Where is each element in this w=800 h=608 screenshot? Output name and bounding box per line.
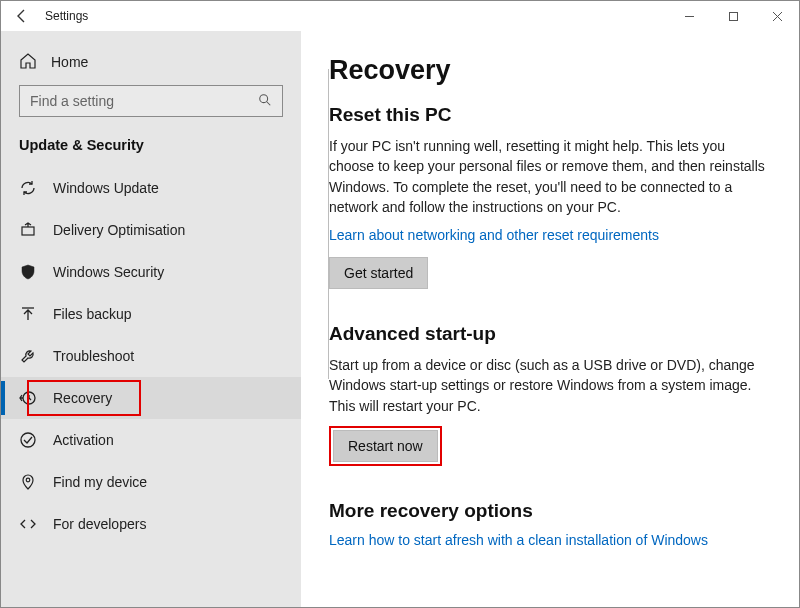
maximize-button[interactable] — [711, 1, 755, 31]
sidebar-item-label: Windows Update — [53, 180, 159, 196]
sidebar-nav: Windows Update Delivery Optimisation Win… — [1, 167, 301, 545]
window-title: Settings — [45, 9, 88, 23]
developers-icon — [19, 515, 37, 533]
search-input[interactable]: Find a setting — [19, 85, 283, 117]
reset-heading: Reset this PC — [329, 104, 771, 126]
sidebar-section-header: Update & Security — [1, 127, 301, 167]
home-icon — [19, 52, 37, 73]
sidebar-item-backup[interactable]: Files backup — [1, 293, 301, 335]
scroll-indicator[interactable] — [328, 69, 329, 379]
main-content: Recovery Reset this PC If your PC isn't … — [301, 31, 799, 607]
sidebar-item-troubleshoot[interactable]: Troubleshoot — [1, 335, 301, 377]
svg-point-9 — [21, 433, 35, 447]
reset-learn-link[interactable]: Learn about networking and other reset r… — [329, 227, 771, 243]
back-button[interactable] — [13, 7, 31, 25]
find-device-icon — [19, 473, 37, 491]
highlight-box-restart: Restart now — [329, 426, 442, 466]
window-controls — [667, 1, 799, 31]
backup-icon — [19, 305, 37, 323]
sidebar-item-label: Activation — [53, 432, 114, 448]
sidebar-item-label: Delivery Optimisation — [53, 222, 185, 238]
sidebar-item-label: Find my device — [53, 474, 147, 490]
home-label: Home — [51, 54, 88, 70]
sidebar: Home Find a setting Update & Security Wi… — [1, 31, 301, 607]
recovery-icon — [19, 389, 37, 407]
svg-point-10 — [26, 478, 30, 482]
sidebar-item-label: For developers — [53, 516, 146, 532]
svg-rect-6 — [22, 227, 34, 235]
sidebar-item-delivery[interactable]: Delivery Optimisation — [1, 209, 301, 251]
settings-window: Settings Home Find a settin — [0, 0, 800, 608]
troubleshoot-icon — [19, 347, 37, 365]
sidebar-item-label: Windows Security — [53, 264, 164, 280]
close-button[interactable] — [755, 1, 799, 31]
sidebar-item-label: Troubleshoot — [53, 348, 134, 364]
advanced-body: Start up from a device or disc (such as … — [329, 355, 771, 416]
sidebar-item-activation[interactable]: Activation — [1, 419, 301, 461]
page-title: Recovery — [329, 55, 771, 86]
search-icon — [258, 93, 272, 110]
svg-point-4 — [260, 94, 268, 102]
sidebar-item-label: Files backup — [53, 306, 132, 322]
titlebar: Settings — [1, 1, 799, 31]
sidebar-item-label: Recovery — [53, 390, 112, 406]
minimize-button[interactable] — [667, 1, 711, 31]
sidebar-item-developers[interactable]: For developers — [1, 503, 301, 545]
get-started-button[interactable]: Get started — [329, 257, 428, 289]
sidebar-item-windows-update[interactable]: Windows Update — [1, 167, 301, 209]
reset-body: If your PC isn't running well, resetting… — [329, 136, 771, 217]
activation-icon — [19, 431, 37, 449]
sidebar-home[interactable]: Home — [1, 43, 301, 81]
search-placeholder: Find a setting — [30, 93, 114, 109]
svg-line-5 — [267, 101, 271, 105]
restart-now-button[interactable]: Restart now — [333, 430, 438, 462]
sidebar-item-security[interactable]: Windows Security — [1, 251, 301, 293]
svg-rect-1 — [729, 12, 737, 20]
shield-icon — [19, 263, 37, 281]
more-heading: More recovery options — [329, 500, 771, 522]
more-learn-link[interactable]: Learn how to start afresh with a clean i… — [329, 532, 771, 548]
sync-icon — [19, 179, 37, 197]
sidebar-item-find-device[interactable]: Find my device — [1, 461, 301, 503]
advanced-heading: Advanced start-up — [329, 323, 771, 345]
sidebar-item-recovery[interactable]: Recovery — [1, 377, 301, 419]
delivery-icon — [19, 221, 37, 239]
